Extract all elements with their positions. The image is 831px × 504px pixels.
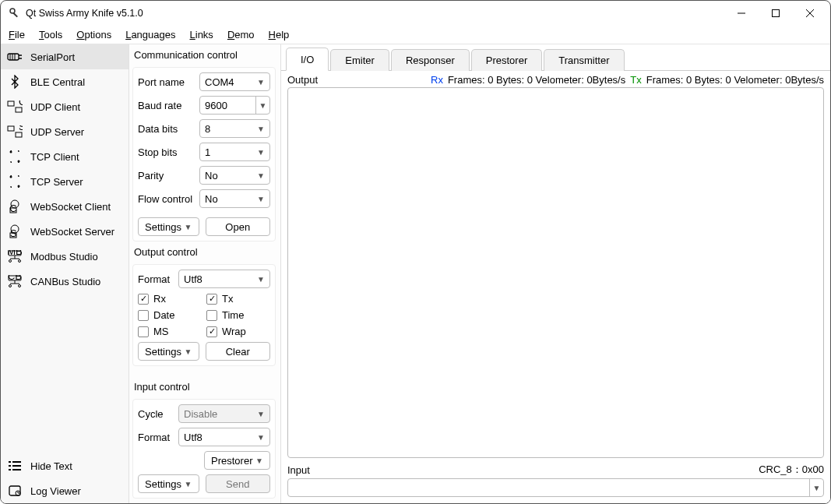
app-icon	[9, 7, 21, 19]
send-button[interactable]: Send	[206, 474, 270, 493]
menu-options[interactable]: Options	[75, 27, 113, 42]
port-name-combo[interactable]: COM4▼	[199, 72, 270, 91]
tab-transmitter[interactable]: Transmitter	[544, 49, 624, 71]
chevron-down-icon: ▼	[257, 171, 265, 180]
output-status-line: Output Rx Frames: 0 Bytes: 0 Velometer: …	[281, 71, 830, 87]
tab-io[interactable]: I/O	[286, 48, 329, 71]
baud-rate-combo[interactable]: 9600▼	[199, 96, 270, 115]
svg-rect-6	[8, 54, 19, 60]
sidebar-item-label: WebSocket Client	[30, 201, 111, 213]
data-bits-combo[interactable]: 8▼	[199, 119, 270, 138]
clear-button[interactable]: Clear	[206, 342, 270, 361]
chevron-down-icon: ▼	[257, 410, 265, 418]
output-textarea[interactable]	[287, 87, 824, 458]
svg-point-39	[19, 285, 21, 287]
menu-help[interactable]: Help	[267, 27, 291, 42]
svg-rect-13	[16, 107, 22, 112]
app-title: Qt Swiss Army Knife v5.1.0	[26, 8, 724, 19]
sidebar-hide-text[interactable]: Hide Text	[1, 453, 129, 478]
cycle-label: Cycle	[138, 408, 175, 420]
tab-emiter[interactable]: Emiter	[330, 49, 389, 71]
sidebar-item-tcp-client[interactable]: TCP Client	[1, 144, 129, 169]
sidebar-item-canbus[interactable]: CB CANBus Studio	[1, 269, 129, 294]
chevron-down-icon: ▼	[257, 148, 265, 157]
input-status-line: Input CRC_8：0x00	[281, 463, 830, 478]
chevron-down-icon: ▼	[185, 480, 192, 488]
tx-checkbox[interactable]: ✓Tx	[206, 293, 269, 305]
menu-demo[interactable]: Demo	[226, 27, 256, 42]
svg-point-18	[10, 151, 12, 153]
menu-file[interactable]: File	[7, 27, 26, 42]
close-button[interactable]	[793, 2, 827, 24]
comm-settings-button[interactable]: Settings ▼	[138, 217, 199, 236]
input-combo[interactable]: ▼	[287, 478, 824, 497]
prestorer-button[interactable]: Prestorer ▼	[204, 451, 270, 470]
in-settings-button[interactable]: Settings ▼	[138, 474, 199, 493]
sidebar-item-label: UDP Server	[30, 126, 84, 138]
sidebar: SerialPort BLE Central C UDP Client S UD…	[1, 44, 129, 503]
in-format-combo[interactable]: Utf8▼	[178, 428, 270, 446]
out-settings-button[interactable]: Settings ▼	[138, 342, 199, 361]
menu-tools[interactable]: Tools	[37, 27, 64, 42]
stop-bits-combo[interactable]: 1▼	[199, 143, 270, 161]
sidebar-item-label: WebSocket Server	[30, 226, 114, 238]
svg-rect-16	[16, 132, 22, 137]
sidebar-item-serialport[interactable]: SerialPort	[1, 44, 129, 69]
rx-checkbox[interactable]: ✓Rx	[138, 293, 200, 305]
sidebar-item-modbus[interactable]: MB Modbus Studio	[1, 244, 129, 269]
svg-rect-12	[8, 101, 14, 106]
open-button[interactable]: Open	[206, 217, 270, 236]
main-panel: I/O Emiter Responser Prestorer Transmitt…	[281, 44, 830, 503]
chevron-down-icon: ▼	[257, 275, 265, 284]
date-checkbox[interactable]: Date	[138, 309, 200, 321]
tab-responser[interactable]: Responser	[391, 49, 470, 71]
chevron-down-icon: ▼	[259, 101, 267, 110]
svg-point-33	[19, 260, 21, 263]
comm-control-title: Communication control	[132, 48, 276, 64]
sidebar-item-label: BLE Central	[30, 76, 85, 88]
port-name-label: Port name	[138, 76, 196, 88]
output-control-title: Output control	[132, 245, 276, 261]
input-control-title: Input control	[132, 379, 276, 396]
serialport-icon	[7, 49, 23, 65]
list-icon	[7, 458, 23, 474]
chevron-down-icon: ▼	[809, 479, 823, 496]
menu-links[interactable]: Links	[188, 27, 215, 42]
parity-combo[interactable]: No▼	[199, 166, 270, 185]
svg-point-19	[18, 160, 20, 163]
tcp-server-icon	[7, 174, 23, 189]
sidebar-item-label: Log Viewer	[30, 485, 81, 497]
stop-bits-label: Stop bits	[138, 146, 196, 158]
ms-checkbox[interactable]: MS	[138, 326, 200, 337]
sidebar-item-ws-server[interactable]: S WebSocket Server	[1, 219, 129, 244]
cycle-combo[interactable]: Disable▼	[178, 404, 270, 423]
sidebar-item-tcp-server[interactable]: TCP Server	[1, 169, 129, 194]
rx-label: Rx	[431, 74, 443, 86]
sidebar-item-ws-client[interactable]: C WebSocket Client	[1, 194, 129, 219]
wrap-checkbox[interactable]: ✓Wrap	[206, 326, 269, 337]
sidebar-log-viewer[interactable]: Log Viewer	[1, 478, 129, 503]
sidebar-item-udp-client[interactable]: C UDP Client	[1, 94, 129, 119]
menu-languages[interactable]: Languages	[124, 27, 177, 42]
svg-text:S: S	[10, 227, 17, 238]
sidebar-item-label: TCP Client	[30, 151, 79, 163]
sidebar-item-udp-server[interactable]: S UDP Server	[1, 119, 129, 144]
menubar: File Tools Options Languages Links Demo …	[1, 26, 830, 44]
svg-text:S: S	[19, 125, 23, 132]
flow-control-combo[interactable]: No▼	[199, 189, 270, 208]
in-format-label: Format	[138, 432, 175, 443]
tab-prestorer[interactable]: Prestorer	[471, 49, 542, 71]
out-format-combo[interactable]: Utf8▼	[178, 270, 270, 288]
tab-bar: I/O Emiter Responser Prestorer Transmitt…	[281, 48, 830, 71]
bluetooth-icon	[7, 74, 23, 90]
time-checkbox[interactable]: Time	[206, 309, 269, 321]
output-label: Output	[287, 74, 318, 86]
titlebar: Qt Swiss Army Knife v5.1.0	[1, 1, 830, 26]
ws-client-icon: C	[7, 199, 23, 214]
data-bits-label: Data bits	[138, 123, 196, 135]
crc-label: CRC_8：0x00	[759, 463, 824, 477]
maximize-button[interactable]	[759, 2, 793, 24]
minimize-button[interactable]	[724, 2, 759, 24]
sidebar-item-label: Hide Text	[30, 460, 72, 472]
sidebar-item-ble[interactable]: BLE Central	[1, 69, 129, 94]
